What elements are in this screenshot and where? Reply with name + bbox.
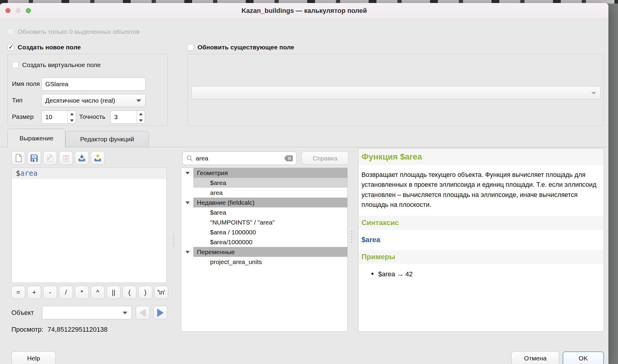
cancel-button-label: Отмена [524,355,546,362]
operator-buttons: =+-/*^||()'\n' [11,286,168,299]
operator-button-2[interactable]: - [43,286,57,299]
cancel-button[interactable]: Отмена [511,351,559,364]
size-stepper[interactable]: 10 [41,110,76,124]
tree-row-gutter [181,247,193,257]
tree-row-gutter [181,168,193,178]
function-search-input[interactable]: area [182,151,297,165]
virtual-field-checkbox[interactable] [12,62,19,68]
save-expression-button[interactable] [27,151,41,165]
tree-item-row[interactable]: $area [181,178,347,188]
next-feature-button[interactable] [153,306,167,319]
virtual-field-row[interactable]: Создать виртуальное поле [12,61,101,69]
spin-up-icon[interactable] [137,111,145,117]
field-name-input[interactable]: GSlarea [41,78,146,91]
ok-button[interactable]: OK [563,351,604,364]
operator-button-5[interactable]: ^ [91,286,105,299]
tree-row-gutter [181,188,193,198]
tree-row-label: Переменные [193,247,347,257]
operator-button-4[interactable]: * [75,286,89,299]
existing-field-groupbox [187,54,604,126]
operator-button-1[interactable]: + [27,286,41,299]
precision-spin-buttons[interactable] [136,111,145,123]
tab-function-editor[interactable]: Редактор функций [65,131,149,147]
expander-icon[interactable] [186,251,190,254]
tab-expression[interactable]: Выражение [7,129,65,147]
size-spin-buttons[interactable] [67,111,76,123]
existing-field-select [191,86,601,100]
new-expression-button[interactable] [11,151,25,165]
expander-icon[interactable] [186,201,190,204]
tree-row-gutter [181,178,193,188]
tree-item-row[interactable]: $area / 1000000 [181,227,347,237]
create-new-field-label: Создать новое поле [18,44,81,51]
spin-up-icon[interactable] [68,111,76,117]
export-icon [93,154,102,163]
precision-stepper[interactable]: 3 [110,110,145,124]
edit-expression-button [43,151,57,165]
new-field-groupbox: Создать виртуальное поле Имя поля GSlare… [7,54,168,126]
spin-down-icon[interactable] [137,117,145,123]
size-label: Размер [12,113,34,120]
update-existing-field-label: Обновить существующее поле [198,44,294,51]
operator-button-7[interactable]: ( [123,286,136,299]
tree-row-label: $area/1000000 [193,237,347,247]
chevron-down-icon [123,312,127,314]
field-type-select[interactable]: Десятичное число (real) [41,94,146,107]
import-expression-button[interactable] [75,151,89,165]
tree-item-row[interactable]: area [181,188,347,198]
expression-sigil: $ [16,169,20,178]
titlebar[interactable]: Kazan_buildings — калькулятор полей [0,3,608,19]
chevron-down-icon [136,99,141,102]
tree-row-gutter [181,198,193,207]
help-button-label: Help [27,355,40,362]
tree-row-label: project_area_units [193,257,347,267]
feature-label: Объект [11,309,34,317]
help-syntax-heading: Синтаксис [358,216,604,230]
preview-row: Просмотр: 74,85122951120138 [11,326,108,333]
previous-arrow-icon [140,309,146,317]
tree-item-row[interactable]: $area [181,207,347,217]
operator-button-6[interactable]: || [107,286,120,299]
field-name-value: GSlarea [45,81,68,88]
update-existing-field-checkbox[interactable] [187,44,194,51]
expression-editor[interactable]: $area [11,168,167,283]
tree-group-row[interactable]: Переменные [181,247,347,257]
help-reference-button[interactable]: Справка [302,151,349,165]
export-expression-button[interactable] [91,151,105,165]
operator-button-0[interactable]: = [11,286,25,299]
feature-select[interactable] [42,306,132,319]
expression-name: area [20,169,37,178]
tree-item-row[interactable]: project_area_units [181,257,347,267]
splitter-handle-left[interactable] [173,234,174,246]
help-button[interactable]: Help [11,351,56,364]
clear-search-icon[interactable] [284,155,293,162]
tree-row-gutter [181,227,193,237]
tree-row-label: $area [193,178,347,188]
tab-function-editor-label: Редактор функций [80,136,134,143]
search-icon [186,155,193,162]
expander-icon[interactable] [186,172,190,175]
tree-row-gutter [181,257,193,267]
expression-text: $area [16,169,37,178]
screen: Kazan_buildings — калькулятор полей Обно… [0,0,618,364]
update-existing-field-row[interactable]: Обновить существующее поле [187,44,294,51]
ok-button-label: OK [579,355,588,362]
expression-toolbar [11,151,105,165]
update-selected-checkbox [7,28,14,35]
tree-group-row[interactable]: Геометрия [181,168,347,178]
operator-button-9[interactable]: '\n' [154,286,168,299]
tree-item-row[interactable]: $area/1000000 [181,237,347,247]
tree-item-row[interactable]: "NUMPOINTS" / "area" [181,217,347,227]
function-tree[interactable]: Геометрия$areaareaНедавние (fieldcalc)$a… [181,168,348,332]
spin-down-icon[interactable] [68,117,76,123]
tree-group-row[interactable]: Недавние (fieldcalc) [181,198,347,207]
create-new-field-checkbox[interactable] [7,44,14,51]
operator-button-8[interactable]: ) [138,286,152,299]
tree-row-label: area [193,188,347,198]
create-new-field-row[interactable]: Создать новое поле [7,44,81,51]
update-selected-checkbox-row: Обновить только 0 выделенных объектов [7,28,140,35]
splitter-handle-right[interactable] [351,231,352,243]
operator-button-3[interactable]: / [59,286,73,299]
tree-row-gutter [181,207,193,217]
tree-row-label: Геометрия [193,168,347,178]
